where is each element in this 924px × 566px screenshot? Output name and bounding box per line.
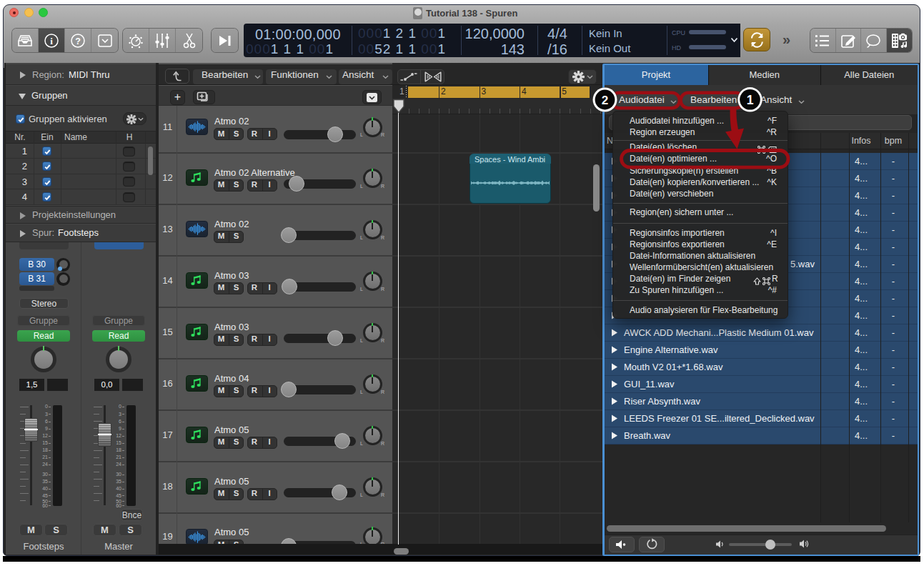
svg-text:2: 2 bbox=[602, 94, 608, 107]
svg-text:1: 1 bbox=[747, 93, 754, 107]
